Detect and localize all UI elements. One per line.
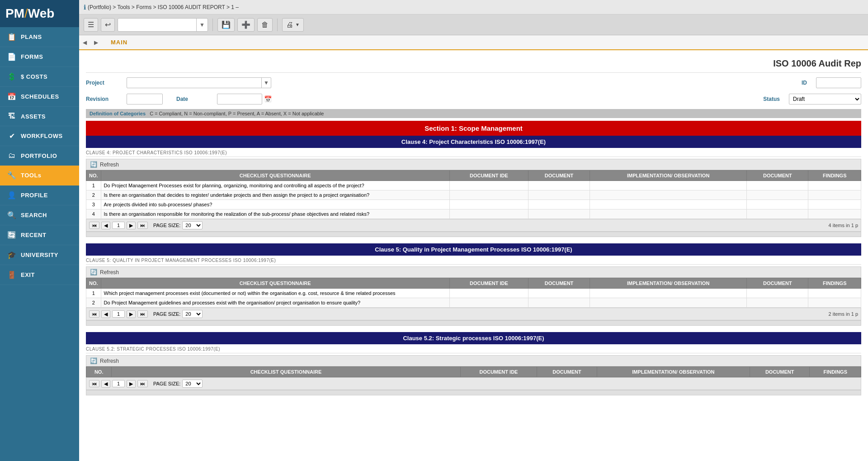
row-col-2[interactable] (449, 190, 528, 200)
row-col-2[interactable] (449, 298, 528, 308)
pag-prev[interactable]: ◀ (101, 380, 110, 388)
dropdown-arrow[interactable]: ▼ (196, 19, 208, 31)
sidebar-item-forms[interactable]: 📄 FORMS (0, 47, 79, 67)
row-col-6[interactable] (808, 209, 861, 219)
sidebar-item-profile[interactable]: 👤 PROFILE (0, 185, 79, 205)
save-button[interactable]: 💾 (217, 18, 235, 32)
row-col-4[interactable] (590, 200, 747, 209)
clause5-scroll[interactable] (86, 320, 861, 326)
sidebar-item-recent[interactable]: 🔄 RECENT (0, 225, 79, 245)
row-col-3[interactable] (528, 181, 590, 190)
status-select[interactable]: Draft Final Approved (789, 94, 861, 105)
save-icon: 💾 (222, 20, 231, 29)
project-field[interactable]: ▼ (127, 77, 271, 88)
row-col-4[interactable] (590, 190, 747, 200)
sidebar-item-exit[interactable]: 🚪 EXIT (0, 265, 79, 285)
costs-icon: 💲 (7, 72, 16, 81)
clause52-scroll[interactable] (86, 390, 861, 395)
pag-next[interactable]: ▶ (127, 222, 136, 229)
assets-icon: 🏗 (7, 112, 16, 120)
project-dropdown-arrow[interactable]: ▼ (261, 78, 271, 88)
pag-prev[interactable]: ◀ (101, 310, 110, 318)
pag-last[interactable]: ⏭ (137, 310, 148, 318)
list-button[interactable]: ☰ (84, 18, 98, 32)
row-col-3[interactable] (528, 289, 590, 298)
add-button[interactable]: ➕ (237, 18, 255, 32)
row-col-3[interactable] (528, 298, 590, 308)
row-col-4[interactable] (590, 289, 747, 298)
row-col-6[interactable] (808, 298, 861, 308)
sidebar-item-costs[interactable]: 💲 $ COSTS (0, 67, 79, 87)
profile-icon: 👤 (7, 191, 16, 200)
row-col-2[interactable] (449, 200, 528, 209)
row-col-4[interactable] (590, 209, 747, 219)
pag-size-select[interactable]: 2050100 (182, 380, 203, 388)
workflows-icon: ✔ (7, 132, 16, 140)
clause52-refresh-bar[interactable]: 🔄Refresh (86, 355, 861, 366)
pag-next[interactable]: ▶ (127, 380, 136, 388)
row-no: 4 (86, 209, 101, 219)
clause4-scroll[interactable] (86, 232, 861, 237)
row-col-2[interactable] (449, 181, 528, 190)
sidebar-item-tools[interactable]: 🔧 TOOLs (0, 166, 79, 185)
id-input[interactable]: 1 (816, 77, 861, 88)
row-col-4[interactable] (590, 298, 747, 308)
pag-first[interactable]: ⏮ (89, 310, 99, 318)
row-col-2[interactable] (449, 289, 528, 298)
row-question: Do Project Management guidelines and pro… (101, 298, 449, 308)
pag-first[interactable]: ⏮ (89, 222, 99, 229)
clause4-refresh-bar[interactable]: 🔄Refresh (86, 159, 861, 170)
clause52-col-6: FINDINGS (810, 367, 861, 377)
recent-icon: 🔄 (7, 231, 16, 239)
row-col-3[interactable] (528, 209, 590, 219)
row-col-6[interactable] (808, 181, 861, 190)
date-input[interactable]: 02-11-2021 (217, 94, 262, 105)
sidebar-item-plans[interactable]: 📋 PLANS (0, 27, 79, 47)
row-col-5[interactable] (747, 298, 808, 308)
toolbar-search-input[interactable] (118, 20, 196, 30)
delete-button[interactable]: 🗑 (257, 18, 273, 32)
pag-last[interactable]: ⏭ (137, 222, 148, 229)
row-col-2[interactable] (449, 209, 528, 219)
sidebar-item-schedules[interactable]: 📅 SCHEDULES (0, 87, 79, 107)
row-col-6[interactable] (808, 289, 861, 298)
row-col-6[interactable] (808, 200, 861, 209)
pag-page-input[interactable] (112, 380, 125, 387)
sidebar-item-search[interactable]: 🔍 SEARCH (0, 205, 79, 225)
row-col-5[interactable] (747, 181, 808, 190)
pag-page-input[interactable] (112, 222, 125, 229)
row-question: Is there an organisation responsible for… (101, 209, 449, 219)
row-col-5[interactable] (747, 200, 808, 209)
toolbar-dropdown[interactable]: ▼ (118, 18, 208, 32)
row-col-5[interactable] (747, 190, 808, 200)
nav-right-arrow[interactable]: ▶ (90, 37, 102, 48)
clause52-refresh-icon: 🔄 (90, 357, 97, 364)
sidebar-item-university[interactable]: 🎓 UNIVERSITY (0, 245, 79, 265)
pag-next[interactable]: ▶ (127, 310, 136, 318)
pag-size-select[interactable]: 2050100 (182, 221, 203, 229)
pag-first[interactable]: ⏮ (89, 380, 99, 387)
calendar-icon[interactable]: 📅 (264, 95, 272, 103)
row-col-5[interactable] (747, 209, 808, 219)
pag-size-select[interactable]: 2050100 (182, 310, 203, 318)
sidebar-item-assets[interactable]: 🏗 ASSETS (0, 107, 79, 126)
project-input[interactable] (127, 79, 261, 87)
clause4-header: Clause 4: Project Characteristics ISO 10… (86, 136, 861, 148)
nav-left-arrow[interactable]: ◀ (79, 37, 90, 48)
sidebar-item-portfolio[interactable]: 🗂 PORTFOLIO (0, 146, 79, 166)
revision-input[interactable]: 0 (127, 94, 163, 105)
row-col-5[interactable] (747, 289, 808, 298)
sidebar-item-workflows[interactable]: ✔ WORKFLOWS (0, 126, 79, 146)
row-col-4[interactable] (590, 181, 747, 190)
pag-prev[interactable]: ◀ (101, 222, 110, 229)
row-col-3[interactable] (528, 200, 590, 209)
row-col-6[interactable] (808, 190, 861, 200)
university-icon: 🎓 (7, 251, 16, 259)
print-button[interactable]: 🖨 ▼ (282, 18, 304, 32)
pag-last[interactable]: ⏭ (137, 380, 148, 387)
history-button[interactable]: ↩ (101, 18, 115, 32)
row-col-3[interactable] (528, 190, 590, 200)
nav-tab-main[interactable]: MAIN (102, 35, 137, 49)
clause5-refresh-bar[interactable]: 🔄Refresh (86, 266, 861, 278)
pag-page-input[interactable] (112, 310, 125, 318)
